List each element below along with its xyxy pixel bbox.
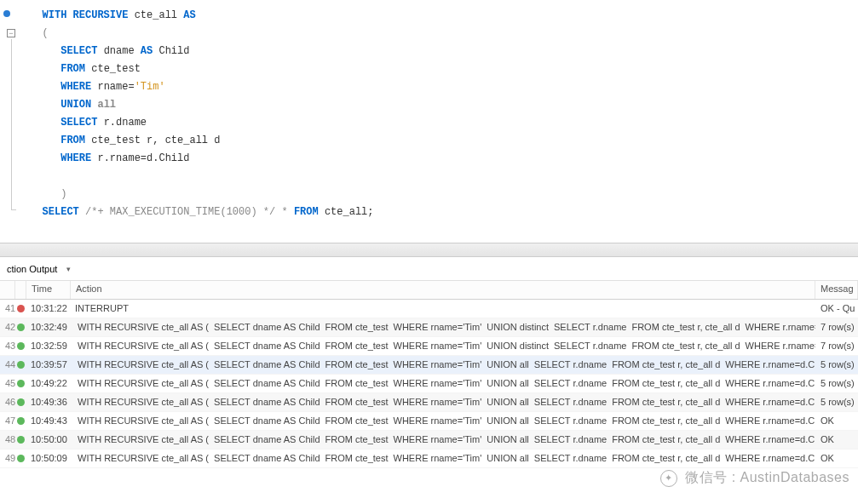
output-toolbar: ction Output [0,257,858,281]
fold-guide-end [11,209,16,210]
output-grid-header: Time Action Messag [0,281,858,300]
status-ok-icon [17,398,25,406]
watermark: ✦ 微信号 : AustinDatabases [660,469,849,487]
breakpoint-icon[interactable] [3,10,10,17]
fold-collapse-icon[interactable]: − [7,29,15,37]
sql-editor[interactable]: − WITH RECURSIVE cte_all AS ( SELECT dna… [0,0,858,243]
col-header-action[interactable]: Action [71,281,815,299]
status-ok-icon [17,324,25,331]
status-ok-icon [17,380,25,387]
output-row[interactable]: 4110:31:22INTERRUPTOK - Qu [0,300,858,318]
output-row[interactable]: 4310:32:59WITH RECURSIVE cte_all AS (SEL… [0,337,858,356]
pane-divider[interactable] [0,243,858,257]
col-header-time[interactable]: Time [26,281,71,299]
status-ok-icon [17,361,25,369]
output-row[interactable]: 4610:49:36WITH RECURSIVE cte_all AS (SEL… [0,393,858,412]
output-row[interactable]: 4410:39:57WITH RECURSIVE cte_all AS (SEL… [0,356,858,375]
wechat-icon: ✦ [660,470,677,487]
output-type-dropdown[interactable]: ction Output [3,263,73,275]
output-row[interactable]: 4510:49:22WITH RECURSIVE cte_all AS (SEL… [0,375,858,393]
status-ok-icon [17,455,25,462]
output-grid-body: 4110:31:22INTERRUPTOK - Qu4210:32:49WITH… [0,300,858,468]
editor-gutter: − [0,7,19,243]
output-panel: ction Output Time Action Messag 4110:31:… [0,257,858,468]
status-ok-icon [17,417,25,425]
status-ok-icon [17,342,25,350]
status-ok-icon [17,436,25,444]
output-row[interactable]: 4910:50:09WITH RECURSIVE cte_all AS (SEL… [0,450,858,468]
output-row[interactable]: 4710:49:43WITH RECURSIVE cte_all AS (SEL… [0,412,858,431]
status-error-icon [17,305,25,312]
code-content[interactable]: WITH RECURSIVE cte_all AS ( SELECT dname… [2,7,856,221]
output-row[interactable]: 4210:32:49WITH RECURSIVE cte_all AS (SEL… [0,318,858,337]
fold-guide [11,39,12,209]
col-header-message[interactable]: Messag [815,281,858,299]
output-row[interactable]: 4810:50:00WITH RECURSIVE cte_all AS (SEL… [0,431,858,450]
